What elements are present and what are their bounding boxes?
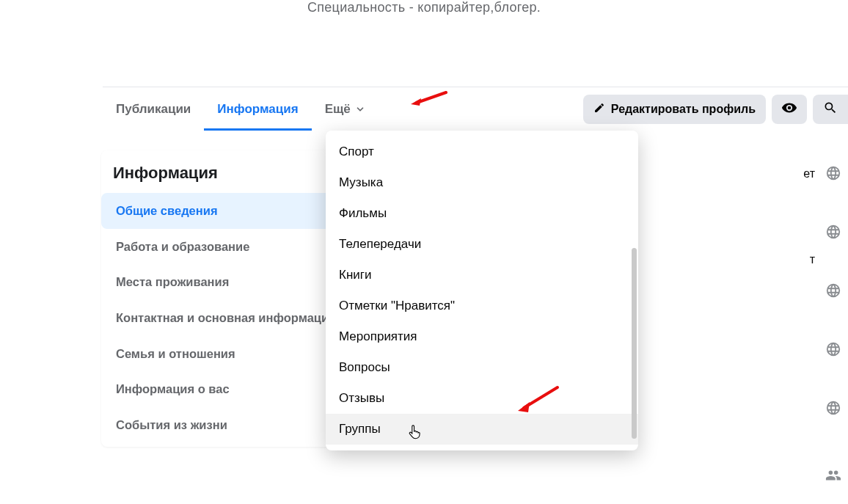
friends-icon[interactable] — [825, 467, 841, 486]
dropdown-item-music[interactable]: Музыка — [326, 167, 638, 198]
tabs-group: Публикации Информация Ещё — [103, 87, 379, 131]
more-dropdown: Спорт Музыка Фильмы Телепередачи Книги О… — [326, 131, 638, 450]
privacy-icons-column — [819, 165, 848, 486]
globe-icon[interactable] — [825, 165, 841, 184]
edit-profile-label: Редактировать профиль — [611, 103, 756, 116]
globe-icon[interactable] — [825, 224, 841, 243]
dropdown-item-sports[interactable]: Спорт — [326, 136, 638, 167]
tab-info-label: Информация — [217, 102, 298, 117]
bio-text: Специальность - копирайтер,блогер. — [0, 0, 848, 15]
dropdown-item-likes[interactable]: Отметки "Нравится" — [326, 291, 638, 321]
dropdown-item-groups[interactable]: Группы — [326, 414, 638, 445]
tab-posts[interactable]: Публикации — [103, 87, 204, 131]
search-icon — [823, 101, 838, 118]
globe-icon[interactable] — [825, 282, 841, 302]
globe-icon[interactable] — [825, 341, 841, 360]
dropdown-scrollbar[interactable] — [632, 248, 637, 439]
chevron-down-icon — [355, 104, 365, 114]
view-as-button[interactable] — [772, 95, 807, 124]
edit-profile-button[interactable]: Редактировать профиль — [583, 95, 766, 124]
tab-more-label: Ещё — [325, 102, 351, 117]
dropdown-item-reviews[interactable]: Отзывы — [326, 383, 638, 414]
dropdown-item-events[interactable]: Мероприятия — [326, 321, 638, 352]
tab-more[interactable]: Ещё — [312, 87, 379, 131]
dropdown-item-books[interactable]: Книги — [326, 260, 638, 291]
search-button[interactable] — [813, 95, 848, 124]
dropdown-item-tv[interactable]: Телепередачи — [326, 229, 638, 260]
dropdown-item-movies[interactable]: Фильмы — [326, 198, 638, 229]
actions-group: Редактировать профиль — [583, 95, 848, 124]
tab-info[interactable]: Информация — [204, 87, 311, 131]
content-text-fragment: ет — [803, 167, 815, 180]
tab-posts-label: Публикации — [116, 102, 191, 117]
pencil-icon — [593, 102, 605, 117]
eye-icon — [781, 100, 797, 119]
content-text-fragment: т — [810, 253, 815, 266]
dropdown-item-questions[interactable]: Вопросы — [326, 352, 638, 383]
profile-tabs-bar: Публикации Информация Ещё Редактировать … — [103, 87, 848, 131]
globe-icon[interactable] — [825, 400, 841, 419]
